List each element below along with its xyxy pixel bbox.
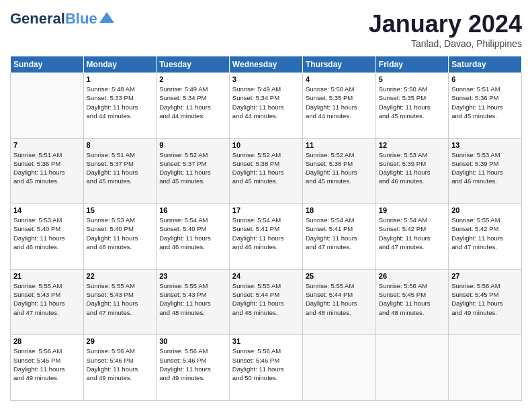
day-number: 15 (87, 206, 154, 214)
calendar-cell: 18Sunrise: 5:54 AMSunset: 5:41 PMDayligh… (302, 204, 375, 270)
day-info: Sunrise: 5:50 AMSunset: 5:35 PMDaylight:… (306, 85, 373, 120)
day-info: Sunrise: 5:51 AMSunset: 5:36 PMDaylight:… (13, 150, 81, 186)
calendar-day-header: Sunday (11, 56, 84, 73)
day-number: 16 (159, 206, 226, 214)
day-info: Sunrise: 5:53 AMSunset: 5:39 PMDaylight:… (379, 150, 445, 186)
day-number: 23 (159, 272, 226, 280)
day-info: Sunrise: 5:55 AMSunset: 5:43 PMDaylight:… (13, 281, 81, 317)
title-block: January 2024 Tanlad, Davao, Philippines (369, 10, 522, 49)
calendar-table: SundayMondayTuesdayWednesdayThursdayFrid… (10, 56, 522, 401)
calendar-cell: 13Sunrise: 5:53 AMSunset: 5:39 PMDayligh… (449, 138, 522, 204)
day-number: 7 (13, 141, 81, 149)
calendar-cell: 31Sunrise: 5:56 AMSunset: 5:46 PMDayligh… (229, 335, 302, 401)
day-info: Sunrise: 5:55 AMSunset: 5:42 PMDaylight:… (451, 216, 519, 251)
day-info: Sunrise: 5:54 AMSunset: 5:42 PMDaylight:… (379, 216, 445, 251)
day-number: 26 (379, 272, 445, 280)
calendar-cell: 29Sunrise: 5:56 AMSunset: 5:46 PMDayligh… (83, 335, 157, 401)
calendar-cell: 9Sunrise: 5:52 AMSunset: 5:37 PMDaylight… (157, 138, 230, 204)
day-number: 30 (159, 337, 226, 345)
calendar-cell: 21Sunrise: 5:55 AMSunset: 5:43 PMDayligh… (11, 269, 84, 335)
day-number: 6 (451, 75, 519, 83)
day-number: 24 (232, 272, 300, 280)
day-number: 29 (87, 337, 154, 345)
calendar-week-row: 7Sunrise: 5:51 AMSunset: 5:36 PMDaylight… (11, 138, 522, 204)
calendar-cell: 6Sunrise: 5:51 AMSunset: 5:36 PMDaylight… (449, 73, 522, 139)
calendar-cell: 22Sunrise: 5:55 AMSunset: 5:43 PMDayligh… (83, 269, 157, 335)
day-number: 9 (159, 141, 226, 149)
day-info: Sunrise: 5:55 AMSunset: 5:43 PMDaylight:… (159, 281, 226, 317)
logo: General Blue (10, 10, 114, 28)
calendar-cell: 24Sunrise: 5:55 AMSunset: 5:44 PMDayligh… (229, 269, 302, 335)
day-info: Sunrise: 5:56 AMSunset: 5:46 PMDaylight:… (87, 347, 154, 382)
calendar-cell: 2Sunrise: 5:49 AMSunset: 5:34 PMDaylight… (157, 73, 230, 139)
calendar-header-row: SundayMondayTuesdayWednesdayThursdayFrid… (11, 56, 522, 73)
calendar-cell: 19Sunrise: 5:54 AMSunset: 5:42 PMDayligh… (375, 204, 448, 270)
day-info: Sunrise: 5:56 AMSunset: 5:45 PMDaylight:… (451, 281, 519, 317)
calendar-week-row: 21Sunrise: 5:55 AMSunset: 5:43 PMDayligh… (11, 269, 522, 335)
calendar-day-header: Wednesday (229, 56, 302, 73)
calendar-cell: 4Sunrise: 5:50 AMSunset: 5:35 PMDaylight… (302, 73, 375, 139)
day-info: Sunrise: 5:56 AMSunset: 5:45 PMDaylight:… (13, 347, 81, 382)
calendar-cell: 5Sunrise: 5:50 AMSunset: 5:35 PMDaylight… (375, 73, 448, 139)
day-number: 2 (159, 75, 226, 83)
calendar-cell: 23Sunrise: 5:55 AMSunset: 5:43 PMDayligh… (157, 269, 230, 335)
calendar-cell: 3Sunrise: 5:49 AMSunset: 5:34 PMDaylight… (229, 73, 302, 139)
day-number: 14 (13, 206, 81, 214)
day-info: Sunrise: 5:53 AMSunset: 5:39 PMDaylight:… (451, 150, 519, 186)
day-number: 17 (232, 206, 300, 214)
day-number: 8 (87, 141, 154, 149)
calendar-cell: 30Sunrise: 5:56 AMSunset: 5:46 PMDayligh… (157, 335, 230, 401)
day-info: Sunrise: 5:55 AMSunset: 5:44 PMDaylight:… (306, 281, 373, 317)
calendar-cell (375, 335, 448, 401)
day-number: 22 (87, 272, 154, 280)
day-info: Sunrise: 5:52 AMSunset: 5:37 PMDaylight:… (159, 150, 226, 186)
calendar-cell: 27Sunrise: 5:56 AMSunset: 5:45 PMDayligh… (449, 269, 522, 335)
month-title: January 2024 (369, 10, 522, 38)
day-number: 28 (13, 337, 81, 345)
calendar-cell: 15Sunrise: 5:53 AMSunset: 5:40 PMDayligh… (83, 204, 157, 270)
day-info: Sunrise: 5:52 AMSunset: 5:38 PMDaylight:… (306, 150, 373, 186)
day-number: 11 (306, 141, 373, 149)
calendar-day-header: Friday (375, 56, 448, 73)
day-number: 27 (451, 272, 519, 280)
calendar-cell (11, 73, 84, 139)
day-number: 10 (232, 141, 300, 149)
calendar-week-row: 1Sunrise: 5:48 AMSunset: 5:33 PMDaylight… (11, 73, 522, 139)
day-number: 21 (13, 272, 81, 280)
day-number: 1 (87, 75, 154, 83)
day-number: 20 (451, 206, 519, 214)
day-info: Sunrise: 5:54 AMSunset: 5:40 PMDaylight:… (159, 216, 226, 251)
day-info: Sunrise: 5:48 AMSunset: 5:33 PMDaylight:… (87, 85, 154, 120)
day-number: 3 (232, 75, 300, 83)
calendar-cell: 17Sunrise: 5:54 AMSunset: 5:41 PMDayligh… (229, 204, 302, 270)
calendar-cell: 28Sunrise: 5:56 AMSunset: 5:45 PMDayligh… (11, 335, 84, 401)
day-info: Sunrise: 5:56 AMSunset: 5:45 PMDaylight:… (379, 281, 445, 317)
day-info: Sunrise: 5:51 AMSunset: 5:36 PMDaylight:… (451, 85, 519, 120)
calendar-cell: 12Sunrise: 5:53 AMSunset: 5:39 PMDayligh… (375, 138, 448, 204)
day-info: Sunrise: 5:52 AMSunset: 5:38 PMDaylight:… (232, 150, 300, 186)
day-info: Sunrise: 5:53 AMSunset: 5:40 PMDaylight:… (87, 216, 154, 251)
day-number: 4 (306, 75, 373, 83)
day-number: 25 (306, 272, 373, 280)
header: General Blue January 2024 Tanlad, Davao,… (10, 10, 522, 49)
logo-icon (99, 12, 114, 26)
day-info: Sunrise: 5:54 AMSunset: 5:41 PMDaylight:… (306, 216, 373, 251)
day-number: 12 (379, 141, 445, 149)
calendar-cell: 25Sunrise: 5:55 AMSunset: 5:44 PMDayligh… (302, 269, 375, 335)
calendar-week-row: 14Sunrise: 5:53 AMSunset: 5:40 PMDayligh… (11, 204, 522, 270)
day-info: Sunrise: 5:54 AMSunset: 5:41 PMDaylight:… (232, 216, 300, 251)
calendar-cell (302, 335, 375, 401)
calendar-cell: 8Sunrise: 5:51 AMSunset: 5:37 PMDaylight… (83, 138, 157, 204)
calendar-day-header: Tuesday (157, 56, 230, 73)
calendar-cell: 1Sunrise: 5:48 AMSunset: 5:33 PMDaylight… (83, 73, 157, 139)
calendar-cell: 11Sunrise: 5:52 AMSunset: 5:38 PMDayligh… (302, 138, 375, 204)
day-number: 13 (451, 141, 519, 149)
day-info: Sunrise: 5:55 AMSunset: 5:44 PMDaylight:… (232, 281, 300, 317)
day-info: Sunrise: 5:53 AMSunset: 5:40 PMDaylight:… (13, 216, 81, 251)
calendar-cell: 10Sunrise: 5:52 AMSunset: 5:38 PMDayligh… (229, 138, 302, 204)
day-info: Sunrise: 5:49 AMSunset: 5:34 PMDaylight:… (159, 85, 226, 120)
logo-part1: General (10, 10, 65, 28)
logo-part2: Blue (65, 10, 97, 28)
calendar-cell: 26Sunrise: 5:56 AMSunset: 5:45 PMDayligh… (375, 269, 448, 335)
day-info: Sunrise: 5:51 AMSunset: 5:37 PMDaylight:… (87, 150, 154, 186)
